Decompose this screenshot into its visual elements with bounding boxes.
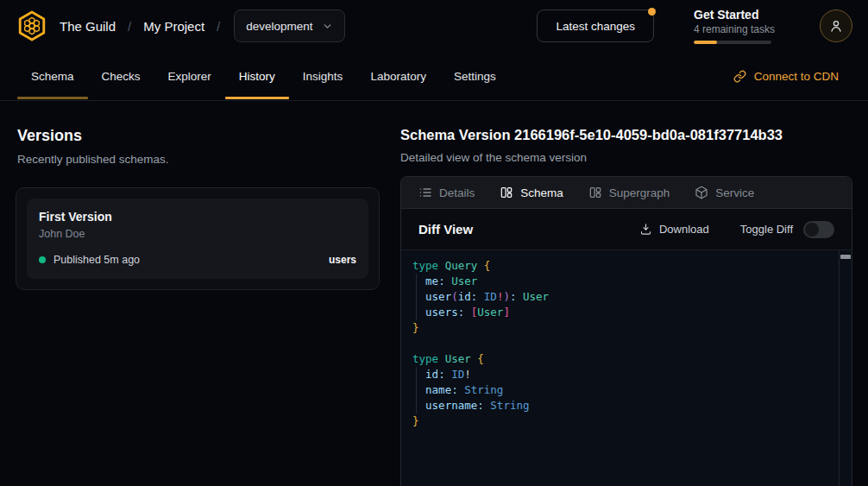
versions-card: First Version John Doe Published 5m ago …	[16, 187, 380, 290]
nav-tab-explorer[interactable]: Explorer	[154, 52, 225, 100]
code-line: id: ID!	[412, 367, 836, 382]
detail-tab-supergraph[interactable]: Supergraph	[588, 186, 670, 199]
app-root: The Guild / My Project / development Lat…	[0, 0, 868, 101]
top-header: The Guild / My Project / development Lat…	[0, 0, 868, 52]
nav-tab-checks[interactable]: Checks	[88, 52, 154, 100]
get-started-widget[interactable]: Get Started 4 remaining tasks	[694, 8, 777, 44]
code-line: username: String	[412, 398, 836, 413]
get-started-subtitle: 4 remaining tasks	[694, 23, 777, 35]
nav-tab-label: Schema	[31, 70, 74, 83]
notification-dot-icon	[648, 8, 656, 16]
code-line: user(id: ID!): User	[412, 289, 836, 305]
code-scrollbar[interactable]	[839, 250, 852, 486]
detail-tab-schema[interactable]: Schema	[500, 186, 563, 199]
detail-tab-service[interactable]: Service	[695, 186, 754, 199]
nav-tab-schema[interactable]: Schema	[17, 52, 88, 100]
get-started-progress-fill	[694, 41, 717, 44]
diff-view-actions: Download Toggle Diff	[639, 221, 834, 238]
code-line: }	[412, 413, 836, 429]
code-line: type Query {	[412, 258, 836, 274]
code-line: name: String	[412, 382, 836, 398]
detail-tab-details[interactable]: Details	[418, 186, 475, 199]
main-nav: SchemaChecksExplorerHistoryInsightsLabor…	[0, 52, 868, 101]
version-detail-panel: Schema Version 2166196f-5e10-4059-bd0a-0…	[400, 101, 852, 486]
breadcrumb-project[interactable]: My Project	[143, 19, 204, 34]
person-icon	[827, 17, 845, 35]
list-icon	[418, 186, 432, 199]
main-content: Versions Recently published schemas. Fir…	[0, 101, 868, 486]
user-avatar[interactable]	[820, 9, 852, 42]
schema-code-viewer[interactable]: type Query { me: User user(id: ID!): Use…	[401, 250, 852, 486]
nav-tab-label: History	[239, 70, 275, 83]
breadcrumb-org[interactable]: The Guild	[60, 19, 116, 34]
nav-tab-label: Explorer	[168, 70, 211, 83]
connect-cdn-label: Connect to CDN	[754, 70, 839, 83]
breadcrumb-separator: /	[217, 19, 220, 34]
connect-cdn-link[interactable]: Connect to CDN	[733, 70, 839, 83]
download-button[interactable]: Download	[639, 223, 709, 236]
toggle-diff-switch[interactable]	[803, 221, 834, 238]
code-scrollbar-thumb[interactable]	[840, 255, 851, 259]
version-status-text: Published 5m ago	[53, 254, 140, 266]
download-label: Download	[659, 223, 709, 236]
versions-panel: Versions Recently published schemas. Fir…	[0, 101, 400, 486]
nav-tab-history[interactable]: History	[225, 52, 289, 100]
diff-view-title: Diff View	[418, 222, 473, 237]
detail-tab-label: Schema	[520, 186, 563, 199]
version-detail-subtitle: Detailed view of the schema version	[400, 151, 852, 164]
code-lines: type Query { me: User user(id: ID!): Use…	[412, 258, 836, 429]
version-author: John Doe	[39, 228, 356, 240]
version-list-item[interactable]: First Version John Doe Published 5m ago …	[27, 199, 368, 279]
toggle-knob	[805, 223, 819, 237]
nav-tab-label: Laboratory	[370, 70, 426, 83]
breadcrumb-separator: /	[128, 19, 131, 34]
nav-tab-label: Insights	[303, 70, 343, 83]
code-line: }	[412, 320, 836, 336]
latest-changes-button[interactable]: Latest changes	[537, 9, 654, 42]
hive-logo-icon[interactable]	[16, 9, 48, 42]
version-service-badge: users	[329, 254, 356, 266]
download-icon	[639, 223, 652, 236]
version-name: First Version	[39, 210, 356, 224]
toggle-diff-label: Toggle Diff	[740, 223, 793, 236]
version-detail-title: Schema Version 2166196f-5e10-4059-bd0a-0…	[400, 127, 852, 143]
detail-tab-label: Supergraph	[609, 186, 670, 199]
get-started-title: Get Started	[694, 8, 777, 22]
published-status-dot-icon	[39, 256, 46, 263]
get-started-progress-bar	[694, 41, 771, 44]
main-nav-tabs: SchemaChecksExplorerHistoryInsightsLabor…	[17, 52, 510, 100]
version-status-row: Published 5m ago users	[39, 254, 356, 266]
latest-changes-label: Latest changes	[556, 20, 635, 33]
columns-icon	[588, 186, 602, 199]
version-detail-card: DetailsSchemaSupergraphService Diff View…	[400, 176, 852, 486]
versions-subtitle: Recently published schemas.	[17, 153, 400, 166]
nav-tab-laboratory[interactable]: Laboratory	[356, 52, 440, 100]
nav-tab-label: Checks	[102, 70, 141, 83]
link-icon	[733, 70, 746, 83]
detail-tab-label: Details	[439, 186, 475, 199]
nav-tab-insights[interactable]: Insights	[289, 52, 357, 100]
code-line: me: User	[412, 274, 836, 289]
versions-title: Versions	[17, 127, 400, 145]
columns-icon	[500, 186, 513, 199]
code-line: users: [User]	[412, 305, 836, 320]
target-select-value: development	[246, 20, 312, 33]
chevron-down-icon	[322, 21, 333, 32]
detail-tab-label: Service	[715, 186, 754, 199]
target-select[interactable]: development	[234, 9, 344, 42]
nav-tab-label: Settings	[454, 70, 496, 83]
detail-tab-bar: DetailsSchemaSupergraphService	[401, 177, 852, 209]
diff-view-header: Diff View Download Toggle Diff	[401, 209, 852, 250]
code-line	[412, 336, 836, 351]
nav-tab-settings[interactable]: Settings	[440, 52, 510, 100]
code-line: type User {	[412, 351, 836, 367]
breadcrumb: The Guild / My Project /	[60, 19, 220, 34]
cube-icon	[695, 186, 708, 199]
